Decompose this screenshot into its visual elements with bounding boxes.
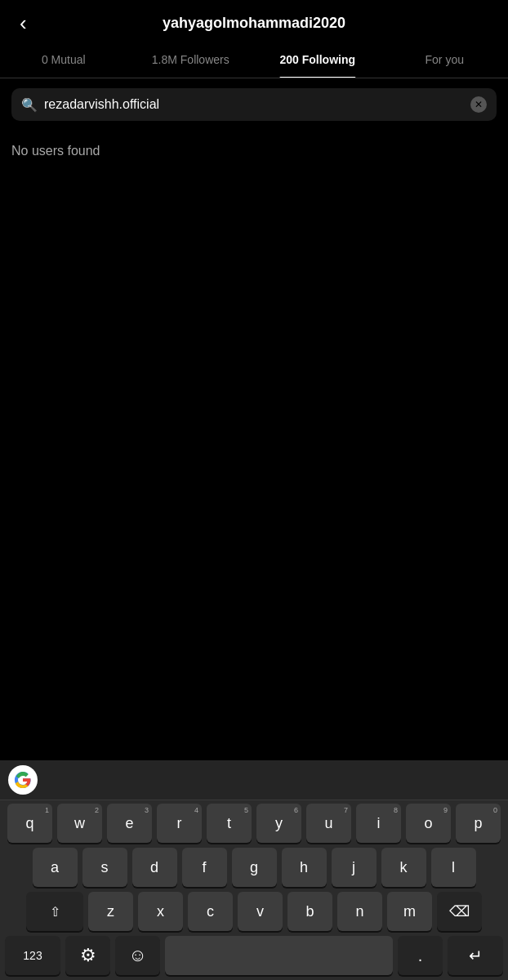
key-shift[interactable]: ⇧ [26,892,83,931]
key-k[interactable]: k [381,848,426,887]
key-space[interactable] [165,936,393,975]
key-n[interactable]: n [337,892,382,931]
key-q[interactable]: 1q [7,804,52,843]
content-area [0,172,508,523]
google-icon[interactable] [8,765,38,795]
key-d[interactable]: d [132,848,177,887]
header: ‹ yahyagolmohammadi2020 [0,0,508,42]
key-settings[interactable]: ⚙ [65,936,110,975]
key-z[interactable]: z [88,892,133,931]
gboard-top-bar [0,760,508,800]
search-container: 🔍 ✕ [0,78,508,131]
search-input[interactable] [44,97,464,112]
key-v[interactable]: v [238,892,283,931]
tab-foryou[interactable]: For you [381,42,509,78]
tab-followers[interactable]: 1.8M Followers [127,42,255,78]
key-s[interactable]: s [82,848,127,887]
key-x[interactable]: x [138,892,183,931]
key-j[interactable]: j [332,848,377,887]
key-backspace[interactable]: ⌫ [437,892,482,931]
key-m[interactable]: m [387,892,432,931]
keyboard-row-1: 1q 2w 3e 4r 5t 6y 7u 8i 9o 0p [3,804,505,843]
tabs: 0 Mutual 1.8M Followers 200 Following Fo… [0,42,508,78]
key-w[interactable]: 2w [57,804,102,843]
key-r[interactable]: 4r [157,804,202,843]
key-123[interactable]: 123 [5,936,60,975]
keyboard-row-2: a s d f g h j k l [3,848,505,887]
header-title: yahyagolmohammadi2020 [163,15,345,32]
key-c[interactable]: c [188,892,233,931]
key-h[interactable]: h [282,848,327,887]
key-enter[interactable]: ↵ [448,936,503,975]
tab-following[interactable]: 200 Following [254,42,381,78]
keyboard-row-3: ⇧ z x c v b n m ⌫ [3,892,505,931]
key-o[interactable]: 9o [406,804,451,843]
key-period[interactable]: . [398,936,443,975]
key-f[interactable]: f [182,848,227,887]
key-i[interactable]: 8i [356,804,401,843]
keyboard-row-4: 123 ⚙ ☺ . ↵ [3,936,505,975]
key-u[interactable]: 7u [306,804,351,843]
key-l[interactable]: l [431,848,476,887]
keyboard-area: 1q 2w 3e 4r 5t 6y 7u 8i 9o 0p a s d f g … [0,760,508,980]
key-y[interactable]: 6y [256,804,301,843]
keyboard: 1q 2w 3e 4r 5t 6y 7u 8i 9o 0p a s d f g … [0,800,508,980]
key-g[interactable]: g [232,848,277,887]
key-t[interactable]: 5t [207,804,252,843]
tab-mutual[interactable]: 0 Mutual [0,42,127,78]
key-e[interactable]: 3e [107,804,152,843]
no-users-text: No users found [0,131,508,172]
key-emoji[interactable]: ☺ [115,936,160,975]
key-p[interactable]: 0p [456,804,501,843]
search-icon: 🔍 [21,97,38,113]
key-a[interactable]: a [33,848,78,887]
search-box: 🔍 ✕ [11,88,497,121]
search-clear-button[interactable]: ✕ [470,96,487,113]
back-button[interactable]: ‹ [13,7,33,39]
key-b[interactable]: b [287,892,332,931]
